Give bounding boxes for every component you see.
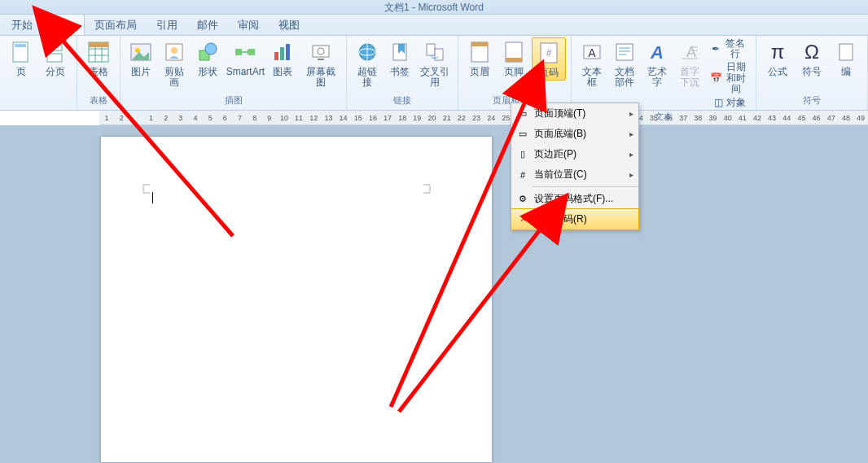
svg-text:A: A xyxy=(686,44,696,60)
break-icon xyxy=(42,39,68,65)
header-button[interactable]: 页眉 xyxy=(463,37,496,79)
hyperlink-icon xyxy=(354,39,380,65)
table-button[interactable]: 表格 xyxy=(82,37,115,79)
page[interactable] xyxy=(101,137,492,462)
margin-marker-left xyxy=(142,181,191,205)
page-icon xyxy=(8,39,34,65)
datetime-button[interactable]: 📅日期和时间 xyxy=(707,61,751,95)
textbox-button[interactable]: A文本框 xyxy=(576,37,607,90)
smartart-button[interactable]: SmartArt xyxy=(225,37,265,79)
dd-current-pos[interactable]: #当前位置(C)▸ xyxy=(511,164,638,185)
page-bottom-icon: ▭ xyxy=(516,128,529,141)
svg-rect-2 xyxy=(47,42,62,50)
svg-rect-16 xyxy=(235,49,242,55)
symbol-button[interactable]: Ω符号 xyxy=(796,37,828,79)
footer-icon xyxy=(501,39,527,65)
bookmark-button[interactable]: 书签 xyxy=(384,37,415,79)
tab-ref[interactable]: 引用 xyxy=(147,15,187,35)
dropcap-button[interactable]: A首字下沉 xyxy=(674,37,705,90)
format-icon: ⚙ xyxy=(516,193,529,206)
svg-rect-9 xyxy=(89,42,108,47)
hyperlink-button[interactable]: 超链接 xyxy=(352,37,383,90)
tab-start[interactable]: 开始 xyxy=(2,15,42,35)
picture-icon xyxy=(128,39,154,65)
number-button[interactable]: 编 xyxy=(830,37,862,79)
clipart-button[interactable]: 剪贴画 xyxy=(158,37,191,90)
svg-rect-30 xyxy=(435,49,443,60)
screenshot-icon xyxy=(308,39,334,65)
cover-page-button[interactable]: 页 xyxy=(5,37,37,79)
svg-text:#: # xyxy=(546,47,552,59)
remove-icon: ✕ xyxy=(516,213,529,226)
dd-format[interactable]: ⚙设置页码格式(F)... xyxy=(511,189,638,209)
page-margin-icon: ▯ xyxy=(516,148,529,161)
tab-view[interactable]: 视图 xyxy=(269,15,309,35)
equation-button[interactable]: π公式 xyxy=(761,37,794,79)
screenshot-button[interactable]: 屏幕截图 xyxy=(300,37,341,90)
shapes-button[interactable]: 形状 xyxy=(192,37,223,79)
svg-rect-29 xyxy=(427,44,435,55)
separator xyxy=(533,186,638,187)
pagenum-icon: # xyxy=(536,40,562,66)
smartart-icon xyxy=(232,39,258,65)
chart-button[interactable]: 图表 xyxy=(267,37,298,79)
picture-button[interactable]: 图片 xyxy=(125,37,156,79)
textbox-icon: A xyxy=(579,39,605,65)
crossref-button[interactable]: 交叉引用 xyxy=(417,37,453,90)
quickparts-button[interactable]: 文档部件 xyxy=(609,37,640,90)
submenu-arrow-icon: ▸ xyxy=(629,129,633,138)
table-icon xyxy=(85,39,112,65)
wordart-button[interactable]: A艺术字 xyxy=(642,37,673,90)
equation-icon: π xyxy=(765,39,791,65)
crossref-icon xyxy=(422,39,448,65)
chart-icon xyxy=(270,39,296,65)
page-number-button[interactable]: #页码 xyxy=(532,37,566,81)
shapes-icon xyxy=(195,39,221,65)
document-canvas xyxy=(0,125,868,463)
page-number-dropdown: ▭页面顶端(T)▸ ▭页面底端(B)▸ ▯页边距(P)▸ #当前位置(C)▸ ⚙… xyxy=(511,103,639,230)
svg-rect-48 xyxy=(840,44,853,60)
svg-point-15 xyxy=(205,43,217,55)
object-button[interactable]: ◫对象 xyxy=(707,96,751,111)
tab-review[interactable]: 审阅 xyxy=(228,15,269,35)
number-icon xyxy=(833,39,859,65)
svg-rect-19 xyxy=(274,52,278,60)
symbol-icon: Ω xyxy=(799,39,825,65)
tab-insert[interactable]: 插入 xyxy=(42,14,85,35)
svg-rect-24 xyxy=(318,59,324,60)
tab-layout[interactable]: 页面布局 xyxy=(85,15,147,35)
dd-page-margin[interactable]: ▯页边距(P)▸ xyxy=(511,144,638,164)
signature-button[interactable]: ✒签名行 xyxy=(707,37,751,60)
footer-button[interactable]: 页脚 xyxy=(498,37,530,79)
date-icon: 📅 xyxy=(710,72,722,85)
group-label: 表格 xyxy=(90,94,107,108)
group-text: A文本框 文档部件 A艺术字 A首字下沉 ✒签名行 📅日期和时间 ◫对象 文本 xyxy=(572,36,756,110)
ribbon-tabs: 开始 插入 页面布局 引用 邮件 审阅 视图 xyxy=(0,15,868,36)
tab-mail[interactable]: 邮件 xyxy=(187,15,228,35)
header-icon xyxy=(467,39,493,65)
group-pages: 页 分页 xyxy=(0,36,77,110)
dropcap-icon: A xyxy=(677,39,703,65)
submenu-arrow-icon: ▸ xyxy=(629,170,633,179)
page-break-button[interactable]: 分页 xyxy=(39,37,72,79)
bookmark-icon xyxy=(387,39,413,65)
dd-page-bottom[interactable]: ▭页面底端(B)▸ xyxy=(511,124,638,144)
ruler: 1212345678910111213141516171819202122232… xyxy=(99,111,868,125)
svg-text:A: A xyxy=(650,42,664,63)
signature-icon: ✒ xyxy=(710,42,721,55)
quickparts-icon xyxy=(612,39,638,65)
group-tables: 表格 表格 xyxy=(77,36,121,110)
group-symbols: π公式 Ω符号 编 符号 xyxy=(756,36,868,110)
object-icon: ◫ xyxy=(712,97,725,110)
wordart-icon: A xyxy=(644,39,670,65)
svg-rect-22 xyxy=(313,46,329,57)
text-cursor xyxy=(152,192,153,203)
svg-text:A: A xyxy=(589,46,597,59)
dd-page-top[interactable]: ▭页面顶端(T)▸ xyxy=(511,103,638,124)
ribbon: 页 分页 表格 表格 图片 剪贴画 形状 SmartArt 图表 屏幕截图 插图… xyxy=(0,36,868,111)
svg-rect-39 xyxy=(616,44,633,60)
group-label: 链接 xyxy=(393,94,411,108)
group-header-footer: 页眉 页脚 #页码 页眉和页脚 xyxy=(458,36,572,110)
svg-point-13 xyxy=(171,47,178,54)
dd-remove[interactable]: ✕删除页码(R) xyxy=(511,208,639,230)
